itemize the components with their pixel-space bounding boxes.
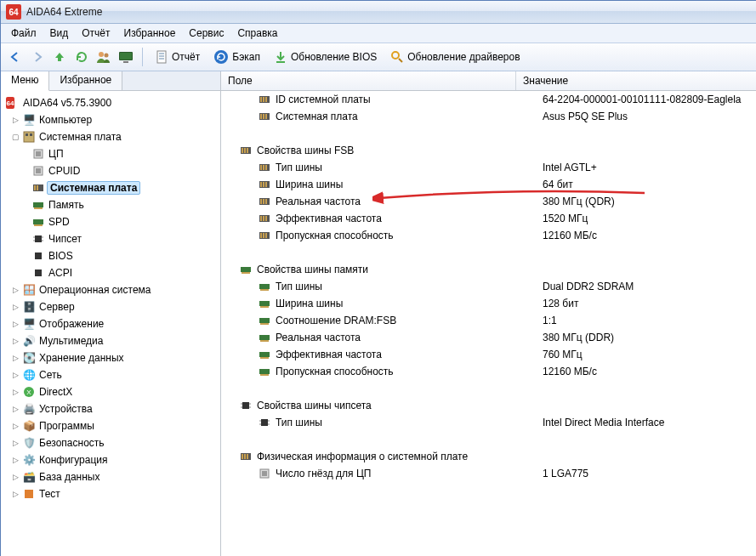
tree-item-storage[interactable]: ▷💽Хранение данных xyxy=(3,349,219,366)
tab-favorites[interactable]: Избранное xyxy=(49,71,122,90)
expand-icon[interactable]: ▷ xyxy=(11,473,20,482)
list-row[interactable]: Число гнёзд для ЦП1 LGA775 xyxy=(221,465,756,482)
field-label: Соотношение DRAM:FSB xyxy=(276,315,396,326)
tree-item-cpu[interactable]: ЦП xyxy=(3,145,219,162)
refresh-button[interactable] xyxy=(72,48,91,66)
list-row[interactable]: Пропускная способность12160 МБ/с xyxy=(221,227,756,244)
list-row[interactable]: Реальная частота380 МГц (QDR) xyxy=(221,193,756,210)
menu-help[interactable]: Справка xyxy=(230,25,284,42)
expand-icon[interactable]: ▷ xyxy=(11,371,20,380)
field-cell: Физическая информация о системной плате xyxy=(221,451,520,462)
column-value[interactable]: Значение xyxy=(516,71,756,90)
backup-button[interactable]: Бэкап xyxy=(208,48,265,66)
server-icon: 🗄️ xyxy=(22,300,36,314)
field-cell: Ширина шины xyxy=(221,179,539,190)
expand-icon[interactable]: ▷ xyxy=(11,456,20,465)
tree-item-bios[interactable]: BIOS xyxy=(3,247,219,264)
tree-item-software[interactable]: ▷📦Программы xyxy=(3,417,219,434)
list-row[interactable]: ID системной платы64-2204-000001-0010111… xyxy=(221,91,756,108)
disk-icon: 💽 xyxy=(22,351,36,365)
tree-item-motherboard[interactable]: ▢ Системная плата xyxy=(3,128,219,145)
field-cell: Реальная частота xyxy=(221,196,539,207)
svg-rect-15 xyxy=(30,133,32,136)
tree-item-cpuid[interactable]: CPUID xyxy=(3,162,219,179)
expand-icon[interactable]: ▷ xyxy=(11,303,20,312)
tree-item-devices[interactable]: ▷🖨️Устройства xyxy=(3,400,219,417)
tree-item-network[interactable]: ▷🌐Сеть xyxy=(3,366,219,383)
svg-rect-40 xyxy=(265,97,267,102)
field-label: Физическая информация о системной плате xyxy=(257,451,468,462)
svg-rect-24 xyxy=(34,207,43,209)
tree-item-directx[interactable]: ▷XDirectX xyxy=(3,383,219,400)
field-label: Свойства шины FSB xyxy=(257,145,354,156)
tree-item-test[interactable]: ▷Тест xyxy=(3,485,219,502)
list-row[interactable]: Пропускная способность12160 МБ/с xyxy=(221,363,756,380)
expand-icon[interactable]: ▷ xyxy=(11,388,20,397)
list-row[interactable]: Тип шиныIntel AGTL+ xyxy=(221,159,756,176)
menu-view[interactable]: Вид xyxy=(43,25,76,42)
expand-icon[interactable]: ▷ xyxy=(11,320,20,329)
collapse-icon[interactable]: ▢ xyxy=(11,133,20,142)
value-cell: 1520 МГц xyxy=(539,213,756,224)
tree-item-motherboard-detail[interactable]: Системная плата xyxy=(3,179,219,196)
field-cell: Соотношение DRAM:FSB xyxy=(221,315,539,326)
tab-menu[interactable]: Меню xyxy=(1,71,49,91)
list-row[interactable]: Тип шиныDual DDR2 SDRAM xyxy=(221,278,756,295)
computer-icon: 🖥️ xyxy=(22,113,36,127)
tree-root[interactable]: 64 AIDA64 v5.75.3900 xyxy=(3,94,219,111)
tree[interactable]: 64 AIDA64 v5.75.3900 ▷ 🖥️ Компьютер ▢ Си… xyxy=(1,91,220,556)
back-button[interactable] xyxy=(6,48,25,66)
expand-icon[interactable]: ▷ xyxy=(11,354,20,363)
expand-icon[interactable]: ▷ xyxy=(11,337,20,346)
sidebar: Меню Избранное 64 AIDA64 v5.75.3900 ▷ 🖥️… xyxy=(1,71,221,556)
list-row[interactable]: Ширина шины128 бит xyxy=(221,295,756,312)
users-button[interactable] xyxy=(94,48,113,66)
forward-button[interactable] xyxy=(28,48,47,66)
list-body[interactable]: ID системной платы64-2204-000001-0010111… xyxy=(221,91,756,556)
tree-item-os[interactable]: ▷🪟Операционная система xyxy=(3,281,219,298)
menu-favorites[interactable]: Избранное xyxy=(117,25,183,42)
column-field[interactable]: Поле xyxy=(221,71,516,90)
menu-service[interactable]: Сервис xyxy=(182,25,230,42)
expand-icon[interactable]: ▷ xyxy=(11,116,20,125)
tree-item-spd[interactable]: SPD xyxy=(3,213,219,230)
tree-item-display[interactable]: ▷🖥️Отображение xyxy=(3,315,219,332)
svg-rect-25 xyxy=(33,219,43,224)
menu-file[interactable]: Файл xyxy=(4,25,43,42)
list-row[interactable]: Тип шиныIntel Direct Media Interface xyxy=(221,414,756,431)
monitor-button[interactable] xyxy=(117,48,135,66)
menu-report[interactable]: Отчёт xyxy=(75,25,117,42)
expand-icon[interactable]: ▷ xyxy=(11,490,20,499)
tree-item-config[interactable]: ▷⚙️Конфигурация xyxy=(3,451,219,468)
tree-item-server[interactable]: ▷🗄️Сервер xyxy=(3,298,219,315)
expand-icon[interactable]: ▷ xyxy=(11,405,20,414)
field-cell: Тип шины xyxy=(221,417,539,428)
tree-item-acpi[interactable]: ACPI xyxy=(3,264,219,281)
list-row[interactable]: Свойства шины памяти xyxy=(221,261,756,278)
list-row[interactable]: Эффективная частота1520 МГц xyxy=(221,210,756,227)
tree-item-multimedia[interactable]: ▷🔊Мультимедиа xyxy=(3,332,219,349)
bios-update-label: Обновление BIOS xyxy=(291,51,377,63)
tree-item-computer[interactable]: ▷ 🖥️ Компьютер xyxy=(3,111,219,128)
report-button[interactable]: Отчёт xyxy=(150,48,205,65)
expand-icon[interactable]: ▷ xyxy=(11,422,20,431)
list-row[interactable]: Системная платаAsus P5Q SE Plus xyxy=(221,108,756,125)
list-row[interactable]: Свойства шины FSB xyxy=(221,142,756,159)
list-row[interactable]: Ширина шины64 бит xyxy=(221,176,756,193)
windows-icon: 🪟 xyxy=(22,283,36,297)
tree-item-database[interactable]: ▷🗃️База данных xyxy=(3,468,219,485)
list-row[interactable]: Реальная частота380 МГц (DDR) xyxy=(221,329,756,346)
driver-update-button[interactable]: Обновление драйверов xyxy=(385,48,525,65)
list-row[interactable]: Эффективная частота760 МГц xyxy=(221,346,756,363)
list-row[interactable]: Физическая информация о системной плате xyxy=(221,448,756,465)
bios-update-button[interactable]: Обновление BIOS xyxy=(269,48,382,65)
up-button[interactable] xyxy=(50,48,69,66)
tree-item-chipset[interactable]: Чипсет xyxy=(3,230,219,247)
tree-item-security[interactable]: ▷🛡️Безопасность xyxy=(3,434,219,451)
tree-item-memory[interactable]: Память xyxy=(3,196,219,213)
expand-icon[interactable]: ▷ xyxy=(11,439,20,448)
svg-rect-82 xyxy=(260,374,269,376)
expand-icon[interactable]: ▷ xyxy=(11,286,20,295)
list-row[interactable]: Свойства шины чипсета xyxy=(221,397,756,414)
list-row[interactable]: Соотношение DRAM:FSB1:1 xyxy=(221,312,756,329)
